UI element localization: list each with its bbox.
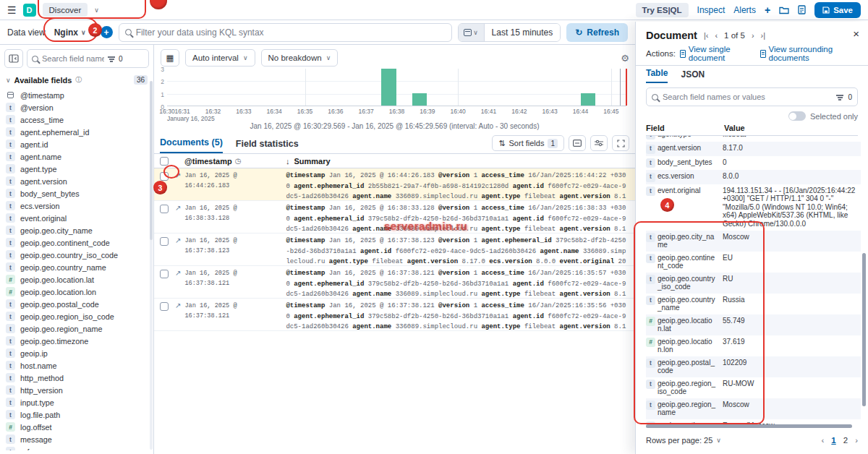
flyout-search-input[interactable]: [663, 93, 832, 101]
field-list-item[interactable]: tagent.type: [0, 163, 153, 175]
row-height-button[interactable]: [569, 135, 586, 151]
expand-document-icon[interactable]: ↗: [175, 171, 181, 200]
next-page-icon[interactable]: ›: [752, 31, 754, 40]
field-list-item[interactable]: tagent.name: [0, 150, 153, 163]
field-list-item[interactable]: tgeoip.ip: [0, 347, 153, 359]
field-list-item[interactable]: tgeoip.geo.country_iso_code: [0, 249, 153, 261]
rows-per-page-selector[interactable]: Rows per page: 25 ∨: [646, 436, 721, 445]
sort-fields-button[interactable]: ⇅ Sort fields 1: [492, 135, 564, 151]
field-list-item[interactable]: #geoip.geo.location.lon: [0, 286, 153, 298]
expand-document-icon[interactable]: ↗: [175, 301, 181, 330]
page-number[interactable]: 1: [831, 436, 835, 445]
prev-page-icon[interactable]: ‹: [822, 436, 825, 445]
last-page-icon[interactable]: ›|: [761, 31, 766, 40]
expand-document-icon[interactable]: ↗: [175, 268, 181, 298]
field-list-item[interactable]: taccess_time: [0, 113, 153, 126]
field-list-item[interactable]: tmessage: [0, 433, 153, 445]
histogram-plot-area[interactable]: [167, 69, 626, 106]
field-list-item[interactable]: tevent.original: [0, 212, 153, 224]
share-report-icon[interactable]: [798, 5, 806, 14]
histogram-bar[interactable]: [381, 69, 396, 106]
field-list-item[interactable]: tgeoip.geo.country_name: [0, 261, 153, 273]
breadcrumb-discover[interactable]: Discover: [43, 3, 88, 17]
field-value-row[interactable]: tgeoip.geo.country_iso_codeRU: [646, 273, 861, 294]
menu-hamburger-icon[interactable]: ☰: [7, 4, 17, 16]
field-list-item[interactable]: tagent.id: [0, 138, 153, 150]
field-list-item[interactable]: thttp_method: [0, 372, 153, 384]
breakdown-select[interactable]: No breakdown∨: [261, 49, 339, 67]
alerts-link[interactable]: Alerts: [733, 5, 756, 15]
kql-search-input[interactable]: [136, 27, 446, 38]
display-options-sliders-icon[interactable]: [590, 135, 608, 151]
row-checkbox[interactable]: [160, 237, 169, 246]
space-logo[interactable]: D: [23, 4, 36, 17]
chart-visibility-button[interactable]: ▦: [161, 49, 179, 67]
field-list-item[interactable]: tagent.version: [0, 175, 153, 187]
page-number[interactable]: 2: [843, 436, 848, 445]
flyout-horizontal-scrollbar[interactable]: [646, 424, 852, 428]
field-list-item[interactable]: tlog.file.path: [0, 408, 153, 421]
chevron-down-icon[interactable]: ∨: [94, 7, 99, 14]
calendar-button[interactable]: ∨: [459, 24, 485, 41]
field-value-row[interactable]: #geoip.geo.location.lat55.749: [646, 314, 861, 335]
collapse-sidebar-button[interactable]: [4, 49, 23, 68]
view-single-document-link[interactable]: View single document: [680, 45, 756, 62]
field-list-item[interactable]: tagent.ephemeral_id: [0, 126, 153, 138]
field-value-row[interactable]: tgeoip.geo.country_nameRussia: [646, 294, 861, 314]
field-value-row[interactable]: tagent.typefilebeat: [646, 136, 858, 142]
first-page-icon[interactable]: |‹: [704, 31, 709, 40]
new-search-plus-icon[interactable]: +: [765, 4, 770, 16]
expand-document-icon[interactable]: ↗: [175, 236, 181, 265]
field-list-item[interactable]: thttp_version: [0, 384, 153, 396]
try-esql-button[interactable]: Try ES|QL: [636, 3, 689, 17]
inspect-link[interactable]: Inspect: [697, 5, 726, 15]
table-row[interactable]: ↗Jan 16, 2025 @ 16:37:38.121@timestamp J…: [154, 266, 635, 299]
field-value-row[interactable]: tecs.version8.0.0: [646, 170, 861, 184]
selected-only-toggle[interactable]: [788, 111, 806, 121]
table-row[interactable]: ↗Jan 16, 2025 @ 16:37:38.123@timestamp J…: [154, 234, 635, 266]
open-folder-icon[interactable]: [779, 6, 789, 14]
tab-documents[interactable]: Documents (5): [160, 137, 223, 153]
field-list-item[interactable]: tgeoip.geo.region_iso_code: [0, 310, 153, 322]
next-page-icon[interactable]: ›: [855, 436, 858, 445]
data-view-selector[interactable]: Nginx ∨: [51, 26, 89, 39]
flyout-vertical-scrollbar[interactable]: [862, 253, 866, 406]
save-button[interactable]: Save: [814, 2, 861, 18]
timestamp-column-header[interactable]: @timestamp ◷: [184, 157, 286, 166]
field-value-row[interactable]: #geoip.geo.location.lon37.619: [646, 335, 861, 356]
field-value-row[interactable]: tgeoip.geo.region_iso_codeRU-MOW: [646, 377, 861, 398]
field-list-item[interactable]: tgeoip.geo.region_name: [0, 322, 153, 335]
field-list-item[interactable]: treferrer: [0, 445, 153, 450]
row-checkbox[interactable]: [160, 205, 169, 213]
field-value-row[interactable]: tgeoip.geo.region_nameMoscow: [646, 398, 861, 419]
field-list-item[interactable]: tecs.version: [0, 200, 153, 212]
field-list-item[interactable]: tgeoip.geo.city_name: [0, 224, 153, 236]
flyout-search-box[interactable]: 0: [646, 87, 858, 106]
kql-search-bar[interactable]: [119, 23, 452, 42]
sidebar-scrollbar[interactable]: [150, 81, 153, 450]
field-search-input[interactable]: [42, 54, 104, 63]
time-range-value[interactable]: Last 15 minutes: [485, 24, 561, 41]
field-list-item[interactable]: #log.offset: [0, 421, 153, 433]
histogram-bar[interactable]: [581, 93, 595, 106]
tab-table[interactable]: Table: [646, 68, 668, 83]
row-checkbox[interactable]: [160, 270, 169, 278]
fullscreen-button[interactable]: [612, 135, 629, 151]
chart-options-gear-icon[interactable]: ⚙: [621, 53, 629, 64]
field-value-row[interactable]: tbody_sent_bytes0: [646, 156, 861, 171]
field-list-item[interactable]: tgeoip.geo.timezone: [0, 335, 153, 347]
field-list-item[interactable]: tgeoip.geo.postal_code: [0, 298, 153, 310]
filter-icon[interactable]: [836, 94, 843, 100]
row-checkbox[interactable]: [160, 172, 169, 181]
sort-direction-arrow-icon[interactable]: ↓: [286, 157, 290, 166]
field-value-row[interactable]: tgeoip.geo.continent_codeEU: [646, 252, 861, 273]
filter-icon[interactable]: [108, 56, 115, 62]
field-list-item[interactable]: tbody_sent_bytes: [0, 187, 153, 200]
field-value-row[interactable]: tgeoip.geo.city_nameMoscow: [646, 231, 861, 252]
field-value-row[interactable]: tgeoip.geo.postal_code102209: [646, 356, 861, 377]
table-row[interactable]: ↗Jan 16, 2025 @ 16:38:33.128@timestamp J…: [154, 201, 635, 234]
date-picker[interactable]: ∨ Last 15 minutes: [458, 23, 561, 42]
select-all-checkbox[interactable]: [160, 157, 169, 166]
field-list-item[interactable]: #geoip.geo.location.lat: [0, 273, 153, 286]
field-list-item[interactable]: tinput.type: [0, 396, 153, 408]
